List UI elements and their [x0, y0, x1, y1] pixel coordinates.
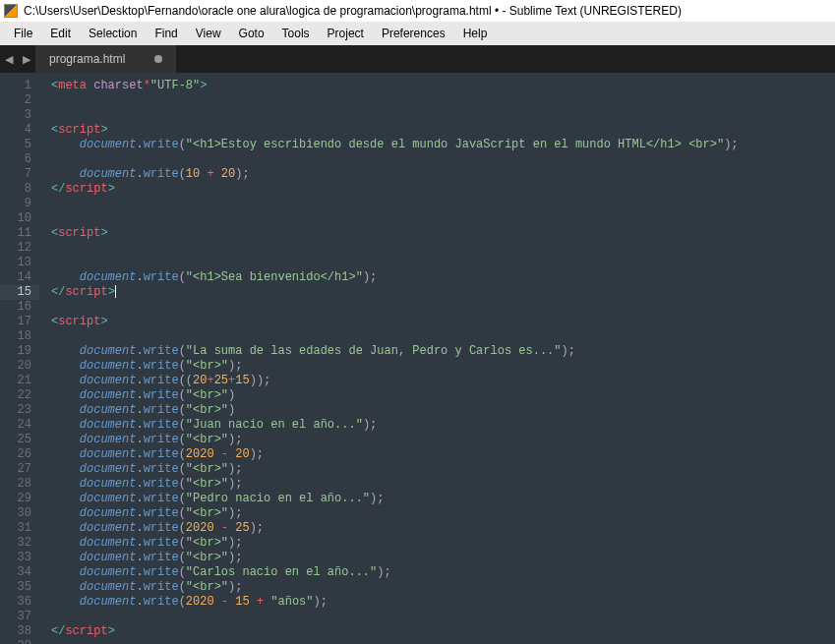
code-line[interactable]: [39, 610, 835, 624]
code-line[interactable]: document.write("<br>"): [39, 388, 835, 403]
code-line[interactable]: document.write(2020 - 25);: [39, 521, 835, 536]
code-line[interactable]: [39, 241, 835, 256]
window-title: C:\Users\User\Desktop\Fernando\oracle on…: [24, 4, 682, 18]
menu-goto[interactable]: Goto: [231, 24, 272, 43]
code-line[interactable]: document.write("<br>");: [39, 462, 835, 477]
menu-project[interactable]: Project: [320, 24, 372, 43]
tab-programa[interactable]: programa.html: [35, 45, 176, 73]
app-icon: [4, 4, 18, 18]
code-line[interactable]: document.write("La suma de las edades de…: [39, 344, 835, 359]
menu-tools[interactable]: Tools: [274, 24, 318, 43]
code-line[interactable]: </script>: [39, 285, 835, 300]
code-line[interactable]: [39, 108, 835, 123]
code-line[interactable]: document.write(10 + 20);: [39, 167, 835, 182]
code-line[interactable]: document.write("<br>");: [39, 477, 835, 492]
code-line[interactable]: </script>: [39, 182, 835, 197]
code-line[interactable]: document.write("<br>"): [39, 403, 835, 418]
code-line[interactable]: document.write("Pedro nacio en el año...…: [39, 492, 835, 506]
code-line[interactable]: document.write(2020 - 15 + "años");: [39, 595, 835, 610]
code-line[interactable]: document.write("Juan nacio en el año..."…: [39, 418, 835, 433]
code-line[interactable]: [39, 197, 835, 211]
code-line[interactable]: [39, 93, 835, 108]
code-line[interactable]: <script>: [39, 226, 835, 241]
code-line[interactable]: [39, 300, 835, 315]
code-line[interactable]: document.write("<br>");: [39, 551, 835, 565]
menu-view[interactable]: View: [188, 24, 229, 43]
menu-help[interactable]: Help: [455, 24, 496, 43]
code-line[interactable]: document.write("<br>");: [39, 580, 835, 595]
nav-forward-icon[interactable]: ▶: [18, 47, 35, 71]
menu-bar: File Edit Selection Find View Goto Tools…: [0, 22, 835, 45]
menu-find[interactable]: Find: [147, 24, 185, 43]
editor[interactable]: 1234567891011121314151617181920212223242…: [0, 73, 835, 644]
code-line[interactable]: [39, 211, 835, 226]
code-line[interactable]: document.write("<br>");: [39, 359, 835, 374]
code-area[interactable]: <meta charset*"UTF-8"><script> document.…: [39, 73, 835, 644]
tab-dirty-icon: [154, 55, 162, 63]
code-line[interactable]: </script>: [39, 624, 835, 639]
code-line[interactable]: document.write("<br>");: [39, 506, 835, 521]
code-line[interactable]: document.write((20+25+15));: [39, 374, 835, 388]
menu-edit[interactable]: Edit: [42, 24, 79, 43]
code-line[interactable]: document.write("<br>");: [39, 433, 835, 447]
code-line[interactable]: [39, 152, 835, 167]
nav-back-icon[interactable]: ◀: [0, 47, 18, 71]
code-line[interactable]: document.write("<h1>Sea bienvenido</h1>"…: [39, 270, 835, 285]
code-line[interactable]: [39, 639, 835, 644]
code-line[interactable]: <meta charset*"UTF-8">: [39, 79, 835, 93]
menu-selection[interactable]: Selection: [81, 24, 145, 43]
tab-bar: ◀ ▶ programa.html: [0, 45, 835, 73]
line-number-gutter: 1234567891011121314151617181920212223242…: [0, 73, 39, 644]
code-line[interactable]: <script>: [39, 123, 835, 138]
code-line[interactable]: <script>: [39, 315, 835, 329]
code-line[interactable]: document.write("<br>");: [39, 536, 835, 551]
code-line[interactable]: document.write("<h1>Estoy escribiendo de…: [39, 138, 835, 152]
menu-preferences[interactable]: Preferences: [374, 24, 453, 43]
tab-label: programa.html: [49, 52, 125, 66]
code-line[interactable]: document.write("Carlos nacio en el año..…: [39, 565, 835, 580]
window-titlebar: C:\Users\User\Desktop\Fernando\oracle on…: [0, 0, 835, 22]
code-line[interactable]: [39, 329, 835, 344]
menu-file[interactable]: File: [6, 24, 40, 43]
code-line[interactable]: [39, 256, 835, 270]
code-line[interactable]: document.write(2020 - 20);: [39, 447, 835, 462]
